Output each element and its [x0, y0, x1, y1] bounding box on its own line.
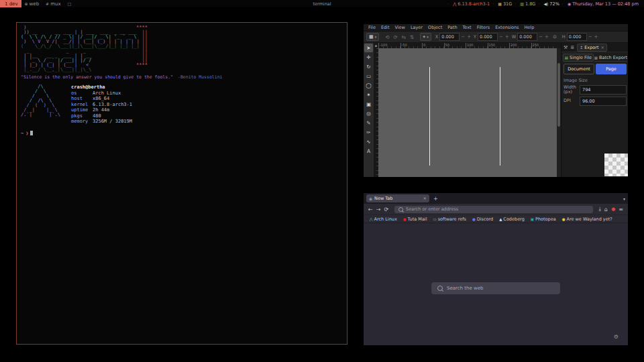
inkscape-menubar: File Edit View Layer Object Path Text Fi…: [364, 24, 628, 31]
bookmark-favicon: ⋀: [370, 217, 373, 221]
coordinate-spinbox[interactable]: W 0.000 − +: [512, 33, 549, 41]
new-tab-button[interactable]: +: [432, 196, 439, 202]
bookmark-item[interactable]: ▭ software refs: [433, 217, 466, 222]
download-icon[interactable]: ⤓: [599, 206, 602, 213]
fetch-info: crash@bertha osArch Linux hostx86_64 ker…: [71, 84, 132, 125]
tool-button[interactable]: ➤: [364, 44, 373, 52]
menu-item[interactable]: Text: [460, 25, 474, 30]
menu-item[interactable]: Filters: [474, 25, 492, 30]
web-search-box[interactable]: Search the web: [431, 282, 560, 294]
menu-item[interactable]: View: [392, 25, 407, 30]
export-page-button[interactable]: Page: [596, 64, 627, 74]
selector-mode-dropdown[interactable]: ▦ ▾: [366, 33, 379, 41]
bookmark-item[interactable]: ● Are we Wayland yet?: [562, 217, 612, 222]
transform-icon[interactable]: ⟲: [385, 34, 389, 40]
scrollbar-thumb[interactable]: [557, 63, 560, 127]
menu-item[interactable]: Object: [425, 25, 445, 30]
menu-item[interactable]: Layer: [408, 25, 425, 30]
arch-logo-line: /.`| |`.\: [21, 113, 60, 117]
url-bar[interactable]: Search or enter address: [394, 206, 592, 213]
spin-decrement[interactable]: −: [498, 34, 504, 40]
dpi-input[interactable]: 96.00: [580, 97, 627, 106]
shell-prompt[interactable]: ~❯: [21, 131, 347, 136]
workspace-button[interactable]: 1 dev: [0, 0, 21, 7]
spinbox-value[interactable]: 0.000: [567, 33, 587, 41]
back-icon[interactable]: ←: [368, 206, 373, 213]
spin-increment[interactable]: +: [504, 34, 510, 40]
bookmark-item[interactable]: ⋀ Arch Linux: [370, 217, 397, 222]
bookmark-item[interactable]: ▲ Codeberg: [499, 217, 525, 222]
menu-item[interactable]: Help: [521, 25, 537, 30]
tool-button[interactable]: ✶: [364, 90, 373, 99]
coordinate-spinbox[interactable]: X 0.000 − +: [435, 33, 472, 41]
spin-increment[interactable]: +: [544, 34, 549, 40]
tool-button[interactable]: A: [364, 147, 373, 156]
list-tabs-chevron-icon[interactable]: ▾: [623, 196, 625, 201]
tab-bar: ⊕ New Tab × + ▾: [364, 193, 628, 204]
bookmark-item[interactable]: ● Discord: [472, 217, 493, 222]
new-tab-page: Search the web ⚙: [364, 223, 628, 345]
batch-export-tab[interactable]: ▦ Batch Export: [594, 54, 627, 62]
menu-icon[interactable]: ≡: [619, 206, 623, 213]
bookmark-favicon: ▣: [531, 217, 534, 221]
single-file-tab[interactable]: ▤ Single File: [563, 54, 594, 62]
spin-decrement[interactable]: −: [588, 34, 593, 40]
workspace-button[interactable]: □: [64, 0, 76, 7]
spinbox-value[interactable]: 0.000: [478, 33, 498, 41]
tool-button[interactable]: ✛: [364, 53, 373, 62]
status-bar: 1 dev ⊕ web # mux □ terminal: [0, 0, 644, 7]
close-dialog-icon[interactable]: ×: [600, 45, 604, 50]
bookmark-label: Tuta Mail: [408, 217, 427, 222]
workspace-button[interactable]: ⊕ web: [21, 0, 43, 7]
coordinate-spinbox[interactable]: Y 0.000 − +: [474, 33, 510, 41]
tool-button[interactable]: ✎: [364, 119, 373, 127]
browser-tab[interactable]: ⊕ New Tab ×: [366, 194, 429, 202]
tool-options-icon[interactable]: ⚒: [564, 45, 568, 50]
tool-button[interactable]: ◎: [364, 109, 373, 118]
menu-item[interactable]: Extensions: [492, 25, 521, 30]
transform-icon[interactable]: ⇅: [410, 34, 414, 40]
transform-icon[interactable]: ⟳: [393, 34, 397, 40]
forward-icon[interactable]: →: [376, 206, 381, 213]
spinbox-value[interactable]: 0.000: [439, 33, 460, 41]
spin-increment[interactable]: +: [594, 34, 599, 40]
tab-close-icon[interactable]: ×: [423, 196, 427, 201]
tool-button[interactable]: ✑: [364, 128, 373, 137]
coordinate-spinbox-h[interactable]: H 0.000 − +: [562, 33, 599, 41]
layers-dialog-icon[interactable]: ≣: [570, 45, 574, 50]
fetch-value: 480: [93, 113, 101, 119]
workspace-button[interactable]: # mux: [42, 0, 64, 7]
navigation-bar: ← → ⟳ Search or enter address ⤓ ⌂ ● ≡: [364, 204, 628, 215]
tool-button[interactable]: ◯: [364, 81, 373, 90]
transform-icon[interactable]: ⇆: [402, 34, 406, 40]
export-dialog-tab[interactable]: ↥ Export ×: [577, 44, 607, 52]
home-icon[interactable]: ⌂: [604, 206, 608, 213]
menu-item[interactable]: File: [366, 25, 378, 30]
tool-button[interactable]: ▣: [364, 100, 373, 109]
tool-button[interactable]: ∿: [364, 137, 373, 146]
fetch-rows: osArch Linux hostx86_64 kernel6.13.8-arc…: [71, 90, 132, 125]
reload-icon[interactable]: ⟳: [384, 206, 388, 213]
workspace-switcher: 1 dev ⊕ web # mux □: [0, 0, 76, 7]
menu-item[interactable]: Edit: [378, 25, 392, 30]
status-module-icon: ▥: [520, 1, 524, 6]
snap-dropdown[interactable]: ⌖ ▾: [420, 33, 431, 41]
lock-ratio-icon[interactable]: ⊙: [553, 34, 557, 40]
menu-item[interactable]: Path: [445, 25, 460, 30]
tool-button[interactable]: ↻: [364, 62, 373, 71]
spin-increment[interactable]: +: [466, 34, 472, 40]
extension-icon[interactable]: ●: [611, 206, 615, 212]
width-input[interactable]: 794: [580, 85, 627, 95]
status-module-text: Thursday, Mar 13 — 02:48 pm: [572, 1, 639, 7]
lock-guides-icon[interactable]: ▪: [374, 43, 378, 48]
spinbox-value[interactable]: 0.000: [517, 33, 537, 41]
export-document-button[interactable]: Document: [564, 64, 594, 74]
spin-decrement[interactable]: −: [460, 34, 466, 40]
terminal-window[interactable]: ) )) __ __ ___ | | ___ ___ _ __ ___ ( \ …: [16, 22, 347, 345]
inkscape-canvas[interactable]: [378, 48, 557, 177]
spin-decrement[interactable]: −: [538, 34, 543, 40]
bookmark-item[interactable]: ● Tuta Mail: [403, 217, 427, 222]
bookmark-item[interactable]: ▣ Photopea: [531, 217, 556, 222]
settings-gear-icon[interactable]: ⚙: [614, 334, 619, 340]
tool-button[interactable]: ▭: [364, 72, 373, 80]
